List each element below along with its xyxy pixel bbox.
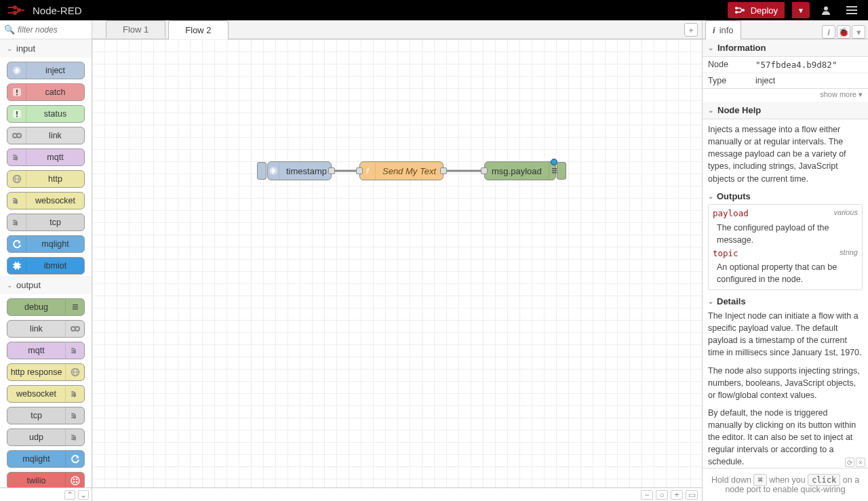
app-header: Node-RED Deploy ▼ <box>0 0 868 20</box>
help-paragraph: The Inject node can initiate a flow with… <box>708 310 863 359</box>
palette-node-websocket[interactable]: websocket <box>7 192 85 209</box>
palette-node-websocket[interactable]: websocket <box>7 385 85 403</box>
svg-rect-16 <box>16 116 18 117</box>
zoom-in-button[interactable]: + <box>671 490 683 500</box>
wire-icon <box>65 342 84 359</box>
chevron-down-icon: ⌄ <box>708 44 713 52</box>
logo-icon <box>7 5 26 16</box>
svg-point-41 <box>75 479 77 481</box>
navigator-button[interactable]: ▭ <box>686 490 698 500</box>
info-section-header[interactable]: ⌄ Information <box>703 39 868 57</box>
node-help-body: Injects a message into a flow either man… <box>703 119 868 468</box>
sidebar-menu-caret[interactable]: ▾ <box>852 25 865 39</box>
filter-nodes-input[interactable] <box>18 25 87 35</box>
svg-rect-13 <box>16 94 18 96</box>
zoom-reset-button[interactable]: ○ <box>656 490 668 500</box>
svg-rect-12 <box>16 89 18 93</box>
output-port[interactable] <box>440 167 447 174</box>
node-palette: 🔍 ⌄inputinjectcatchstatuslinkmqtthttpweb… <box>0 20 92 501</box>
svg-rect-22 <box>14 263 20 268</box>
palette-node-catch[interactable]: catch <box>7 83 85 101</box>
svg-rect-33 <box>73 308 78 310</box>
input-port[interactable] <box>481 167 488 174</box>
palette-node-mqtt[interactable]: mqtt <box>7 342 85 359</box>
palette-node-mqlight[interactable]: mqlight <box>7 450 85 468</box>
output-port[interactable] <box>328 167 335 174</box>
tabs-bar: Flow 1Flow 2 + <box>92 20 702 39</box>
excl-icon <box>7 84 26 100</box>
flow-node-timestamp[interactable]: timestamp <box>267 161 332 180</box>
menu-icon[interactable] <box>842 2 861 18</box>
tip-refresh-icon[interactable]: ⟳ <box>845 458 854 467</box>
node-action-button[interactable] <box>257 162 267 180</box>
wire-icon <box>65 386 84 402</box>
palette-node-tcp[interactable]: tcp <box>7 214 85 231</box>
palette-node-http-response[interactable]: http response <box>7 363 85 381</box>
help-section-header[interactable]: ⌄ Node Help <box>703 102 868 119</box>
tab-flow-2[interactable]: Flow 2 <box>168 20 228 39</box>
output-desc: The configured payload of the message. <box>713 220 858 247</box>
svg-point-4 <box>735 11 738 14</box>
tab-flow-1[interactable]: Flow 1 <box>106 20 165 38</box>
output-type: string <box>840 247 858 258</box>
palette-node-udp[interactable]: udp <box>7 428 85 446</box>
flow-canvas[interactable]: timestampfSend My Textmsg.payload <box>92 39 702 487</box>
sidebar-tabs: i info i 🐞 ▾ <box>703 20 868 39</box>
palette-node-link[interactable]: link <box>7 127 85 144</box>
palette-node-ibmiot[interactable]: ibmiot <box>7 257 85 275</box>
palette-node-mqtt[interactable]: mqtt <box>7 148 85 166</box>
palette-node-inject[interactable]: inject <box>7 62 85 79</box>
category-output[interactable]: ⌄output <box>0 276 92 294</box>
workspace: Flow 1Flow 2 + timestampfSend My Textmsg… <box>92 20 703 501</box>
palette-node-twilio[interactable]: twilio <box>7 472 85 487</box>
add-tab-button[interactable]: + <box>684 23 698 37</box>
flow-node-msg-payload[interactable]: msg.payload <box>484 161 556 180</box>
svg-rect-7 <box>846 6 857 7</box>
sidebar-info-icon[interactable]: i <box>822 25 835 39</box>
palette-node-tcp[interactable]: tcp <box>7 407 85 424</box>
wire-icon <box>7 149 26 165</box>
link-icon <box>65 321 84 337</box>
sidebar-debug-icon[interactable]: 🐞 <box>837 25 850 39</box>
svg-point-6 <box>824 7 828 11</box>
tip-close-icon[interactable]: × <box>856 458 865 467</box>
svg-rect-31 <box>73 304 78 306</box>
info-icon: i <box>713 25 715 35</box>
changed-indicator-icon <box>551 159 557 165</box>
help-paragraph: By default, the node is triggered manual… <box>708 407 863 468</box>
palette-node-mqlight[interactable]: mqlight <box>7 235 85 253</box>
zoom-out-button[interactable]: − <box>641 490 653 500</box>
arrow-icon <box>268 162 279 180</box>
info-value: "57fbdea4.b9d82" <box>750 57 868 73</box>
cycle-icon <box>65 451 84 467</box>
sidebar-tab-info[interactable]: i info <box>705 20 741 39</box>
input-port[interactable] <box>356 167 363 174</box>
palette-node-link[interactable]: link <box>7 320 85 338</box>
output-name: topic <box>713 248 738 258</box>
info-key: Type <box>703 73 750 88</box>
palette-collapse-icon[interactable]: ⌃ <box>64 490 75 500</box>
link-icon <box>7 127 26 144</box>
svg-text:f: f <box>366 167 369 175</box>
node-action-button[interactable] <box>557 162 566 180</box>
svg-rect-32 <box>73 306 78 308</box>
flow-node-send-my-text[interactable]: fSend My Text <box>359 161 443 180</box>
arrow-icon <box>7 62 26 79</box>
sidebar: i info i 🐞 ▾ ⌄ Information Node"57fbdea4… <box>703 20 868 501</box>
show-more-link[interactable]: show more ▾ <box>703 89 868 102</box>
palette-node-debug[interactable]: debug <box>7 298 85 316</box>
svg-point-18 <box>17 134 21 138</box>
deploy-button[interactable]: Deploy <box>728 2 785 18</box>
svg-rect-8 <box>846 9 857 11</box>
wire-icon <box>7 214 26 231</box>
wire-icon <box>65 407 84 424</box>
output-desc: An optional property that can be configu… <box>713 260 858 287</box>
category-input[interactable]: ⌄input <box>0 39 92 58</box>
help-paragraph: The node also supports injecting strings… <box>708 365 863 401</box>
palette-node-status[interactable]: status <box>7 105 85 123</box>
output-type: various <box>834 207 858 218</box>
palette-expand-icon[interactable]: ⌄ <box>78 490 89 500</box>
user-icon[interactable] <box>816 2 835 18</box>
palette-node-http[interactable]: http <box>7 170 85 188</box>
deploy-menu-caret[interactable]: ▼ <box>792 2 810 18</box>
